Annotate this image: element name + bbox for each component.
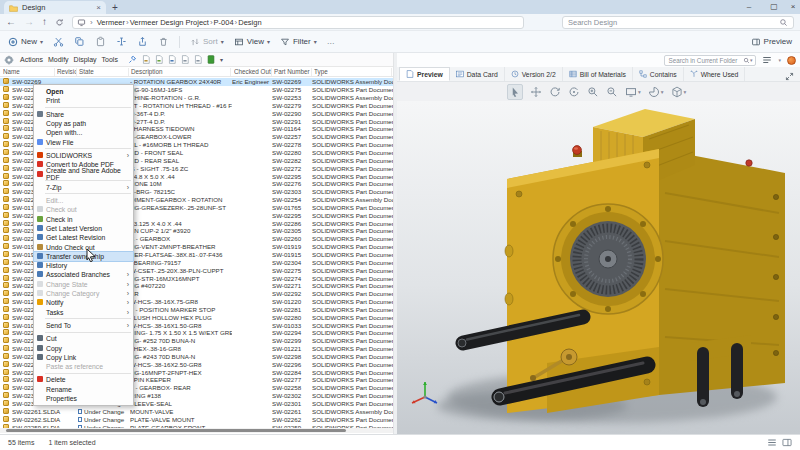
column-header-description[interactable]: Description <box>131 68 231 76</box>
context-menu-item-get-latest-revision[interactable]: Get Latest Revision <box>34 233 133 242</box>
context-menu-item-cut[interactable]: Cut <box>34 334 133 343</box>
search-input[interactable]: Search Design <box>562 16 794 29</box>
check-out-icon[interactable] <box>142 55 150 64</box>
dropdown-caret-icon[interactable]: ▾ <box>684 89 687 95</box>
delete-icon[interactable] <box>158 36 169 47</box>
preview-toggle-button[interactable]: Preview <box>751 37 792 47</box>
dropdown-caret-icon[interactable]: ▾ <box>661 89 664 95</box>
tab-data-card[interactable]: Data Card <box>450 67 505 81</box>
context-menu-item-print[interactable]: Print <box>34 96 133 105</box>
view-button[interactable]: View▾ <box>234 37 270 47</box>
pin-icon[interactable] <box>128 55 137 64</box>
tab-preview[interactable]: Preview <box>399 67 450 81</box>
context-menu-item-open-with[interactable]: Open with... <box>34 128 133 137</box>
more-button[interactable]: … <box>327 37 336 46</box>
get-latest-version-icon[interactable] <box>168 55 176 64</box>
context-menu-item-notify[interactable]: Notify› <box>34 298 133 307</box>
new-button[interactable]: New▾ <box>8 37 43 47</box>
context-menu-item-transfer-ownership[interactable]: Transfer ownership <box>34 252 133 261</box>
folder-search-input[interactable]: Search in Current Folder ▾ <box>664 55 756 66</box>
context-menu-item-create-and-share-adobe-pdf[interactable]: Create and Share Adobe PDF <box>34 169 133 178</box>
back-icon[interactable]: ← <box>6 17 16 27</box>
sort-button[interactable]: Sort▾ <box>190 37 224 47</box>
dropdown-icon[interactable]: ▾ <box>220 57 223 63</box>
dropdown-caret-icon[interactable]: ▾ <box>638 89 641 95</box>
context-menu-item-tasks[interactable]: Tasks› <box>34 308 133 317</box>
tab-where-used[interactable]: Where Used <box>684 67 746 81</box>
context-menu-item-check-in[interactable]: Check in <box>34 215 133 224</box>
breadcrumb-segment-p-004[interactable]: P-004 <box>214 18 234 27</box>
pan-tool[interactable] <box>530 86 542 98</box>
modify-menu[interactable]: Modify <box>48 56 69 63</box>
context-menu-item-copy[interactable]: Copy <box>34 343 133 352</box>
rotate-about-axis-tool[interactable] <box>568 86 580 98</box>
context-menu-item-open[interactable]: Open <box>34 87 133 96</box>
table-row[interactable]: SW-02262.SLDPRTAUnder ChangePLATE-VALVE … <box>0 415 393 423</box>
context-menu-item-properties[interactable]: Properties <box>34 394 133 403</box>
table-row[interactable]: SW-02261.SLDASMAUnder ChangeMOUNT-VALVES… <box>0 407 393 415</box>
view-orientation-tool[interactable]: ▾ <box>671 86 687 98</box>
breadcrumb-segment-vermeer-design-project[interactable]: Vermeer Design Project <box>130 18 209 27</box>
user-avatar[interactable] <box>787 56 796 65</box>
forward-icon[interactable]: → <box>24 17 34 27</box>
share-icon[interactable] <box>137 36 148 47</box>
tab-close-icon[interactable]: × <box>96 3 101 12</box>
close-button[interactable]: × <box>786 0 800 13</box>
fit-screen-tool[interactable]: ▾ <box>625 86 641 98</box>
tab-bill-of-materials[interactable]: Bill of Materials <box>563 67 633 81</box>
expand-panel-icon[interactable] <box>785 72 798 81</box>
details-view-icon[interactable] <box>767 438 777 447</box>
copy-icon[interactable] <box>74 36 85 47</box>
check-in-icon[interactable] <box>155 55 163 64</box>
context-menu-item-solidworks[interactable]: SOLIDWORKS› <box>34 151 133 160</box>
rename-icon[interactable] <box>116 36 127 47</box>
add-file-icon[interactable] <box>194 55 202 64</box>
column-header-state[interactable]: State <box>79 68 129 76</box>
filter-button[interactable]: Filter▾ <box>280 37 317 47</box>
view-file-icon[interactable] <box>181 55 189 64</box>
scrollbar-thumb[interactable] <box>6 429 346 432</box>
context-menu-item-undo-check-out[interactable]: Undo Check out <box>34 242 133 251</box>
model-viewport[interactable] <box>397 101 800 434</box>
actions-menu[interactable]: Actions <box>20 56 43 63</box>
context-menu-item-copy-as-path[interactable]: Copy as path <box>34 119 133 128</box>
cut-icon[interactable] <box>53 36 64 47</box>
context-menu-item-rename[interactable]: Rename <box>34 385 133 394</box>
up-icon[interactable]: ↑ <box>42 17 47 27</box>
tab-version-2-2[interactable]: Version 2/2 <box>505 67 563 81</box>
column-header-name[interactable]: Name <box>3 68 55 76</box>
tools-menu[interactable]: Tools <box>102 56 118 63</box>
list-options-icon[interactable] <box>762 56 772 64</box>
context-menu-item-copy-link[interactable]: Copy Link <box>34 353 133 362</box>
minimize-button[interactable]: – <box>737 0 761 13</box>
solidworks-file-icon[interactable] <box>207 55 215 64</box>
breadcrumb[interactable]: › Vermeer›Vermeer Design Project›P-004›D… <box>72 16 524 29</box>
column-header-type[interactable]: Type <box>314 68 392 76</box>
context-menu-item-delete[interactable]: Delete <box>34 375 133 384</box>
context-menu-item-view-file[interactable]: View File <box>34 137 133 146</box>
column-header-part-number[interactable]: Part Number <box>274 68 312 76</box>
new-tab-button[interactable]: + <box>112 2 118 13</box>
search-options-caret[interactable]: ▾ <box>750 57 753 63</box>
context-menu-item-share[interactable]: Share <box>34 110 133 119</box>
context-menu-item-7-zip[interactable]: 7-Zip› <box>34 183 133 192</box>
select-tool[interactable] <box>507 84 523 100</box>
column-header-checked-out-by[interactable]: Checked Out By <box>234 68 272 76</box>
maximize-button[interactable]: ▢ <box>762 0 786 13</box>
breadcrumb-segment-design[interactable]: Design <box>238 18 261 27</box>
explorer-tab-design[interactable]: Design × <box>4 1 106 14</box>
context-menu-item-get-latest-version[interactable]: Get Latest Version <box>34 224 133 233</box>
refresh-icon[interactable] <box>55 18 64 27</box>
tab-contains[interactable]: Contains <box>633 67 684 81</box>
zoom-out-tool[interactable] <box>606 86 618 98</box>
display-menu[interactable]: Display <box>74 56 97 63</box>
context-menu-item-history[interactable]: History <box>34 261 133 270</box>
section-view-tool[interactable]: ▾ <box>648 86 664 98</box>
paste-icon[interactable] <box>95 36 106 47</box>
context-menu-item-send-to[interactable]: Send To› <box>34 321 133 330</box>
context-menu-item-associated-branches[interactable]: Associated Branches› <box>34 270 133 279</box>
zoom-in-tool[interactable] <box>587 86 599 98</box>
thumbnail-view-icon[interactable] <box>782 438 792 447</box>
breadcrumb-segment-vermeer[interactable]: Vermeer <box>97 18 125 27</box>
rotate-tool[interactable] <box>549 86 561 98</box>
